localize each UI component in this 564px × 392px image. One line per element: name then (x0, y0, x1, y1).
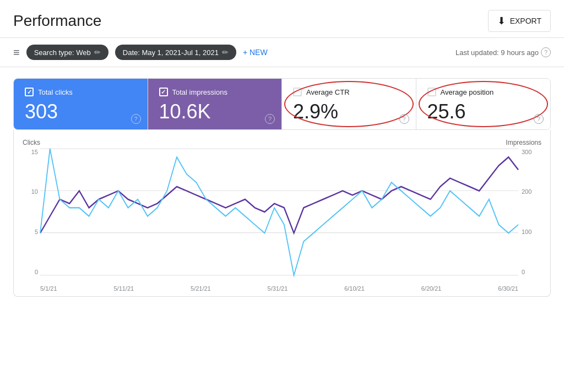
metric-label: Total clicks (25, 88, 137, 96)
performance-chart (40, 149, 518, 275)
help-icon[interactable]: ? (131, 114, 141, 124)
chart-container: Clicks Impressions 15 10 5 0 300 200 100… (13, 130, 551, 297)
total-clicks-help: ? (131, 114, 141, 124)
x-label-4: 6/10/21 (344, 285, 365, 292)
help-icon[interactable]: ? (541, 47, 551, 57)
metrics-row: Total clicks 303 ? Total impressions 10.… (13, 78, 551, 130)
metric-total-impressions[interactable]: Total impressions 10.6K ? (148, 79, 283, 129)
help-icon[interactable]: ? (534, 114, 544, 124)
metric-average-position[interactable]: Average position 25.6 ? (416, 79, 551, 129)
metric-label: Average CTR (293, 88, 405, 96)
metric-label: Average position (427, 88, 540, 96)
new-button[interactable]: + NEW (243, 48, 268, 57)
date-chip[interactable]: Date: May 1, 2021-Jul 1, 2021 ✏ (115, 45, 236, 60)
metric-average-ctr[interactable]: Average CTR 2.9% ? (282, 79, 416, 129)
y-left-label-10: 10 (31, 188, 38, 195)
search-type-edit-icon: ✏ (94, 48, 101, 57)
chart-axis-labels-top: Clicks Impressions (23, 139, 541, 146)
x-label-1: 5/11/21 (113, 285, 134, 292)
export-button[interactable]: ⬇ EXPORT (488, 10, 551, 32)
help-icon[interactable]: ? (265, 114, 275, 124)
y-right-label-100: 100 (522, 228, 532, 235)
chart-svg-container (40, 149, 518, 275)
total-clicks-checkbox (25, 88, 34, 96)
left-axis-label: Clicks (23, 139, 40, 146)
last-updated: Last updated: 9 hours ago ? (455, 47, 551, 57)
average-position-help: ? (534, 114, 544, 124)
total-impressions-checkbox (159, 88, 168, 96)
search-type-chip[interactable]: Search type: Web ✏ (26, 45, 109, 60)
right-axis-label: Impressions (506, 139, 541, 146)
average-ctr-checkbox (293, 88, 302, 96)
help-icon[interactable]: ? (399, 114, 409, 124)
search-type-chip-label: Search type: Web (34, 48, 91, 57)
new-label: + NEW (243, 48, 268, 57)
y-left-label-15: 15 (31, 149, 38, 155)
total-impressions-label: Total impressions (172, 88, 227, 96)
y-right-label-300: 300 (522, 149, 532, 155)
total-impressions-help: ? (265, 114, 275, 124)
metric-total-clicks[interactable]: Total clicks 303 ? (14, 79, 148, 129)
filter-icon[interactable]: ≡ (13, 46, 20, 59)
average-position-label: Average position (441, 88, 494, 96)
date-edit-icon: ✏ (222, 48, 229, 57)
x-label-6: 6/30/21 (498, 285, 518, 292)
export-icon: ⬇ (497, 15, 506, 27)
page-title: Performance (13, 12, 101, 30)
export-label: EXPORT (510, 17, 541, 25)
chart-area: 15 10 5 0 300 200 100 0 (23, 149, 541, 292)
y-left-label-5: 5 (35, 228, 38, 235)
total-clicks-label: Total clicks (38, 88, 73, 96)
x-label-2: 5/21/21 (191, 285, 211, 292)
y-right-label-200: 200 (522, 188, 532, 195)
y-axis-left: 15 10 5 0 (23, 149, 38, 275)
y-axis-right: 300 200 100 0 (522, 149, 541, 275)
header: Performance ⬇ EXPORT (0, 0, 564, 38)
main-content: Total clicks 303 ? Total impressions 10.… (0, 67, 564, 308)
x-label-5: 6/20/21 (421, 285, 442, 292)
date-chip-label: Date: May 1, 2021-Jul 1, 2021 (123, 48, 219, 57)
average-ctr-label: Average CTR (306, 88, 350, 96)
total-impressions-value: 10.6K (159, 101, 271, 123)
average-ctr-value: 2.9% (293, 101, 405, 123)
metric-label: Total impressions (159, 88, 271, 96)
x-label-3: 5/31/21 (268, 285, 288, 292)
average-position-value: 25.6 (427, 101, 540, 123)
y-right-label-0: 0 (522, 269, 525, 275)
x-axis-labels: 5/1/21 5/11/21 5/21/21 5/31/21 6/10/21 6… (40, 279, 518, 292)
y-left-label-0: 0 (35, 269, 38, 275)
average-position-checkbox (427, 88, 436, 96)
average-ctr-help: ? (399, 114, 409, 124)
x-label-0: 5/1/21 (40, 285, 57, 292)
total-clicks-value: 303 (25, 101, 137, 123)
toolbar: ≡ Search type: Web ✏ Date: May 1, 2021-J… (0, 38, 564, 67)
last-updated-text: Last updated: 9 hours ago (455, 48, 539, 57)
